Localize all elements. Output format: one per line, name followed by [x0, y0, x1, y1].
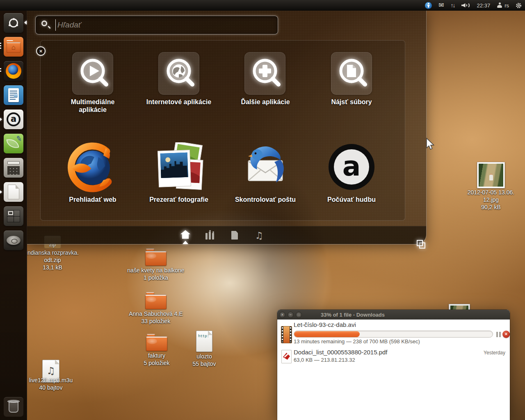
- top-panel: ✉ ↑↓ 22:37 rs: [0, 0, 525, 11]
- ulozto-label[interactable]: ulozto55 bajtov: [171, 353, 237, 368]
- category-find-files[interactable]: [331, 52, 372, 95]
- volume-indicator-icon[interactable]: [461, 0, 470, 11]
- ubuntu-logo-icon: [9, 18, 18, 27]
- downloads-titlebar[interactable]: × − □ 33% of 1 file - Downloads: [277, 310, 510, 320]
- desktop-icon-ulozto[interactable]: http:: [196, 331, 212, 352]
- launcher-dash-home-button[interactable]: [4, 13, 23, 33]
- unity-dash: ×: [27, 11, 427, 244]
- file-icon: [231, 231, 238, 240]
- download-status: 13 minutes remaining — 238 of 700 MB (59…: [294, 338, 420, 345]
- dash-search-bar[interactable]: [35, 16, 278, 34]
- dash-close-button[interactable]: ×: [36, 46, 46, 56]
- lens-applications[interactable]: [205, 230, 215, 241]
- lens-home[interactable]: [180, 230, 191, 241]
- photo-stack-icon: [153, 142, 204, 193]
- launcher-workspace-switcher[interactable]: [4, 206, 23, 226]
- shortcut-check-mail[interactable]: [240, 142, 291, 193]
- desktop-folder-kvety[interactable]: [145, 249, 167, 266]
- launcher-libreoffice[interactable]: [4, 182, 23, 202]
- search-files-icon: [331, 52, 372, 95]
- mail-indicator-icon[interactable]: ✉: [438, 0, 444, 11]
- search-internet-icon: [158, 52, 199, 95]
- launcher-firefox[interactable]: [4, 61, 23, 81]
- desktop-folder-anna[interactable]: [145, 292, 167, 309]
- session-gear-icon[interactable]: [516, 0, 522, 11]
- window-title: 33% of 1 file - Downloads: [321, 312, 385, 318]
- launcher-disk-utility[interactable]: [4, 231, 23, 250]
- folder-icon: [146, 336, 167, 351]
- cancel-download-button[interactable]: ×: [502, 331, 510, 338]
- firefox-icon: [67, 142, 118, 193]
- close-icon: ×: [39, 48, 43, 54]
- folder-icon: [145, 251, 167, 266]
- folder-icon: [145, 294, 167, 309]
- window-close-button[interactable]: ×: [279, 312, 285, 318]
- dash-shortcuts-panel: Multimediálne aplikácie Internetové apli…: [40, 40, 405, 221]
- shortcut-label[interactable]: Prezerať fotografie: [148, 196, 210, 203]
- pause-download-button[interactable]: [496, 332, 501, 337]
- http-document-icon: http:: [198, 334, 209, 338]
- thunderbird-icon: [240, 142, 291, 193]
- download-progress-fill: [294, 331, 360, 337]
- shortcut-label[interactable]: Prehliadať web: [62, 196, 123, 203]
- shortcut-view-photos[interactable]: [153, 142, 204, 193]
- category-internet-apps[interactable]: [158, 52, 199, 95]
- category-multimedia-apps[interactable]: [72, 52, 113, 95]
- category-label[interactable]: Nájsť súbory: [319, 98, 384, 106]
- photo-jpg-label[interactable]: 2012-07-05 13.06.12.jpg90,2 kB: [458, 189, 524, 211]
- user-menu[interactable]: rs: [497, 0, 509, 11]
- launcher-libreoffice-writer[interactable]: [4, 85, 23, 105]
- window-maximize-button[interactable]: □: [296, 312, 302, 318]
- dash-expand-button[interactable]: [415, 239, 428, 251]
- shortcut-label[interactable]: Skontrolovať poštu: [235, 196, 296, 203]
- accessibility-indicator-icon[interactable]: [425, 0, 432, 11]
- photo-thumbnail: [479, 164, 503, 187]
- download-date: Yesterday: [484, 350, 505, 356]
- hard-disk-icon: [7, 236, 21, 245]
- search-input[interactable]: [57, 21, 278, 30]
- zip-file-label[interactable]: indianska rozpravka.odt.zip13,1 kB: [20, 249, 85, 271]
- lens-files[interactable]: [229, 230, 240, 241]
- clock-indicator[interactable]: 22:37: [477, 0, 491, 11]
- cancel-icon: ×: [505, 331, 507, 336]
- search-multimedia-icon: [72, 52, 113, 95]
- writer-document-icon: [8, 88, 19, 102]
- launcher-amarok[interactable]: a: [4, 110, 23, 129]
- applications-icon: [205, 233, 208, 240]
- home-folder-icon: ⌂: [7, 42, 21, 53]
- category-more-apps[interactable]: [244, 52, 285, 95]
- search-icon: [41, 20, 51, 30]
- launcher-leafpad[interactable]: ✎: [4, 134, 23, 153]
- text-caret: [55, 19, 56, 31]
- download-filename: Let-číslo-93-cz-dab.avi: [294, 321, 356, 328]
- amarok-icon: a: [8, 114, 19, 125]
- launcher-trash[interactable]: [4, 397, 23, 417]
- folder-anna-label[interactable]: Anna Sabuchová 4.E33 položiek: [119, 310, 193, 325]
- download-status: 63,0 KB — 213.81.213.32: [294, 357, 355, 363]
- desktop-icon-photo-jpg[interactable]: [477, 162, 505, 188]
- calculator-icon: [7, 161, 20, 164]
- launcher-calculator[interactable]: [4, 158, 23, 178]
- launcher-home-folder[interactable]: ⌂: [4, 37, 23, 57]
- active-lens-caret: [183, 241, 188, 244]
- category-label[interactable]: Internetové aplikácie: [146, 98, 212, 106]
- dash-lens-bar: ♫: [27, 226, 426, 244]
- lens-music[interactable]: ♫: [254, 230, 265, 241]
- shortcut-browse-web[interactable]: [67, 142, 118, 193]
- video-file-icon: [281, 326, 292, 343]
- shortcut-label[interactable]: Počúvať hudbu: [321, 196, 382, 203]
- launcher-focus-arrow: [24, 21, 27, 25]
- category-label[interactable]: Ďalšie aplikácie: [233, 98, 298, 106]
- shortcut-listen-music[interactable]: a: [326, 142, 377, 193]
- home-icon: [180, 230, 190, 234]
- category-label[interactable]: Multimediálne aplikácie: [60, 98, 126, 114]
- pdf-file-icon: [281, 350, 292, 363]
- music-note-icon: ♫: [43, 365, 59, 377]
- unity-launcher: ⌂ a ✎: [0, 11, 27, 420]
- download-filename: Dodaci_list_0000553880-2015.pdf: [294, 349, 388, 356]
- desktop-folder-faktury[interactable]: [146, 334, 167, 351]
- folder-kvety-label[interactable]: naše kvety na balkone1 položka: [119, 267, 193, 281]
- pause-icon: [496, 332, 498, 337]
- network-traffic-icon[interactable]: ↑↓: [451, 0, 455, 11]
- window-minimize-button[interactable]: −: [288, 312, 294, 318]
